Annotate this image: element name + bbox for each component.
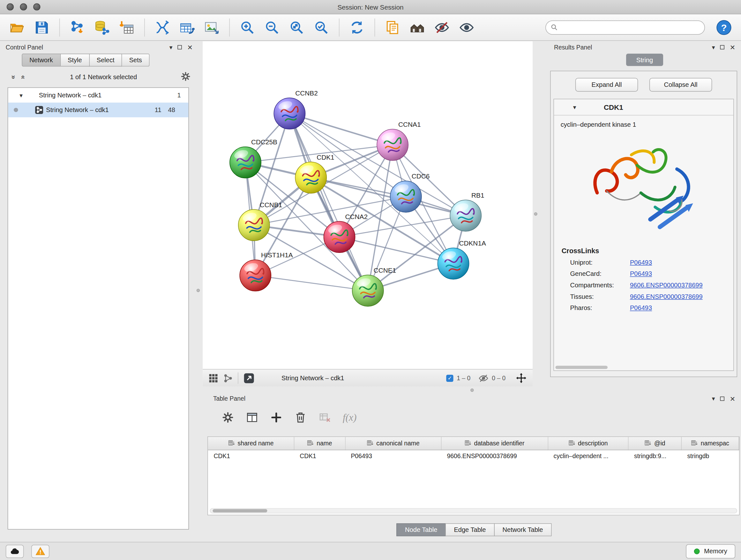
neighborhood-button[interactable]: [406, 16, 428, 38]
delete-column-button[interactable]: [294, 411, 307, 424]
tab-edge-table[interactable]: Edge Table: [446, 523, 495, 536]
pharos-link[interactable]: P06493: [630, 304, 652, 311]
copy-button[interactable]: [381, 16, 404, 38]
network-node-CDKN1A[interactable]: [437, 248, 469, 279]
left-splitter-handle[interactable]: [197, 289, 200, 292]
column-header[interactable]: name: [294, 437, 345, 450]
search-input[interactable]: [561, 23, 699, 30]
cell-name[interactable]: CDK1: [294, 450, 345, 462]
close-panel-icon[interactable]: ✕: [730, 395, 735, 402]
network-node-CCNB2[interactable]: [274, 98, 305, 129]
birds-eye-view-button[interactable]: [208, 373, 218, 383]
column-header[interactable]: database identifier: [441, 437, 548, 450]
column-header[interactable]: canonical name: [345, 437, 441, 450]
table-row[interactable]: CDK1 CDK1 P06493 9606.ENSP00000378699 cy…: [208, 450, 739, 462]
open-in-cytoscape-web-button[interactable]: [243, 372, 255, 384]
scrollbar-thumb[interactable]: [212, 509, 267, 512]
right-splitter-handle[interactable]: [534, 212, 537, 215]
cell-database-identifier[interactable]: 9606.ENSP00000378699: [441, 450, 548, 462]
warnings-button[interactable]: [31, 544, 50, 558]
network-options-button[interactable]: [180, 71, 191, 83]
tab-network-table[interactable]: Network Table: [494, 523, 551, 536]
expand-all-icon[interactable]: »: [18, 73, 26, 81]
column-header[interactable]: namespac: [682, 437, 739, 450]
create-column-button[interactable]: [270, 411, 282, 424]
import-table-button[interactable]: [115, 16, 138, 38]
import-network-button[interactable]: [66, 16, 89, 38]
export-image-button[interactable]: [200, 16, 223, 38]
expand-all-button[interactable]: Expand All: [576, 78, 638, 91]
cell-id[interactable]: stringdb:9...: [628, 450, 681, 462]
zoom-out-button[interactable]: [261, 16, 283, 38]
protein-section-header[interactable]: ▼ CDK1: [554, 99, 733, 116]
open-session-button[interactable]: [6, 16, 28, 38]
table-options-button[interactable]: [222, 411, 234, 424]
uniprot-link[interactable]: P06493: [630, 259, 652, 266]
pan-mode-button[interactable]: [515, 372, 527, 384]
results-horizontal-scrollbar[interactable]: [555, 366, 608, 369]
maximize-panel-icon[interactable]: [720, 45, 724, 49]
network-node-CCNB1[interactable]: [239, 209, 270, 241]
save-session-button[interactable]: [30, 16, 53, 38]
tab-sets[interactable]: Sets: [122, 54, 149, 66]
network-node-CDC25B[interactable]: [230, 147, 261, 178]
memory-button[interactable]: Memory: [686, 544, 735, 558]
new-table-button[interactable]: [176, 16, 198, 38]
tab-node-table[interactable]: Node Table: [396, 523, 446, 536]
maximize-panel-icon[interactable]: [720, 396, 724, 401]
show-columns-button[interactable]: [246, 411, 259, 424]
column-header[interactable]: @id: [628, 437, 681, 450]
column-header[interactable]: description: [548, 437, 629, 450]
network-node-CDK1[interactable]: [295, 162, 327, 193]
close-panel-icon[interactable]: ✕: [730, 44, 735, 51]
horizontal-splitter-handle[interactable]: [470, 388, 474, 392]
cell-shared-name[interactable]: CDK1: [208, 450, 294, 462]
network-canvas[interactable]: CCNB2CCNA1CDC25BCDK1CDC6RB1CCNB1CCNA2CDK…: [203, 41, 533, 369]
zoom-fit-button[interactable]: [285, 16, 308, 38]
function-builder-button[interactable]: f(x): [343, 412, 356, 423]
genecard-link[interactable]: P06493: [630, 270, 652, 277]
network-node-CCNE1[interactable]: [352, 275, 384, 306]
tab-select[interactable]: Select: [89, 54, 122, 66]
close-panel-icon[interactable]: ✕: [187, 44, 192, 51]
network-node-CCNA1[interactable]: [377, 129, 408, 161]
selected-checkbox-icon[interactable]: ✓: [446, 374, 453, 381]
tab-network[interactable]: Network: [22, 54, 60, 66]
zoom-in-button[interactable]: [236, 16, 259, 38]
maximize-panel-icon[interactable]: [178, 45, 182, 49]
search-field[interactable]: [545, 20, 705, 35]
cloud-status-button[interactable]: [6, 544, 24, 558]
network-edge-CCNB2-CCNA1[interactable]: [289, 114, 393, 145]
network-node-CCNA2[interactable]: [324, 221, 355, 253]
network-edge-CCNA2-CDKN1A[interactable]: [340, 237, 454, 263]
tissues-link[interactable]: 9606.ENSP00000378699: [630, 293, 703, 300]
column-header[interactable]: shared name: [208, 437, 294, 450]
network-edge-HIST1H1A-CCNE1[interactable]: [255, 275, 368, 291]
section-expand-icon[interactable]: ▼: [572, 105, 577, 110]
hidden-indicator-button[interactable]: [479, 373, 488, 383]
table-horizontal-scrollbar[interactable]: [210, 508, 737, 513]
collapse-all-button[interactable]: Collapse All: [650, 78, 712, 91]
import-network-database-button[interactable]: [91, 16, 113, 38]
close-window-button[interactable]: [7, 3, 14, 10]
tree-expand-icon[interactable]: ▼: [18, 92, 23, 98]
network-node-HIST1H1A[interactable]: [240, 260, 271, 291]
network-collection-row[interactable]: ▼ String Network – cdk1 1: [8, 88, 188, 103]
refresh-layout-button[interactable]: [346, 16, 368, 38]
new-network-button[interactable]: [151, 16, 174, 38]
network-share-button[interactable]: [223, 373, 233, 383]
network-row-selected[interactable]: String Network – cdk1 11 48: [8, 103, 188, 117]
help-button[interactable]: ?: [713, 16, 735, 38]
show-all-button[interactable]: [455, 16, 478, 38]
tab-string[interactable]: String: [626, 54, 663, 66]
float-panel-icon[interactable]: ▾: [712, 44, 715, 50]
network-node-CDC6[interactable]: [390, 181, 421, 212]
collapse-all-icon[interactable]: »: [10, 73, 17, 81]
float-panel-icon[interactable]: ▾: [712, 395, 715, 401]
cell-namespace[interactable]: stringdb: [682, 450, 739, 462]
network-node-RB1[interactable]: [450, 200, 481, 231]
cell-description[interactable]: cyclin–dependent ...: [548, 450, 629, 462]
float-panel-icon[interactable]: ▾: [170, 44, 173, 50]
cell-canonical-name[interactable]: P06493: [345, 450, 441, 462]
zoom-selected-button[interactable]: [310, 16, 333, 38]
